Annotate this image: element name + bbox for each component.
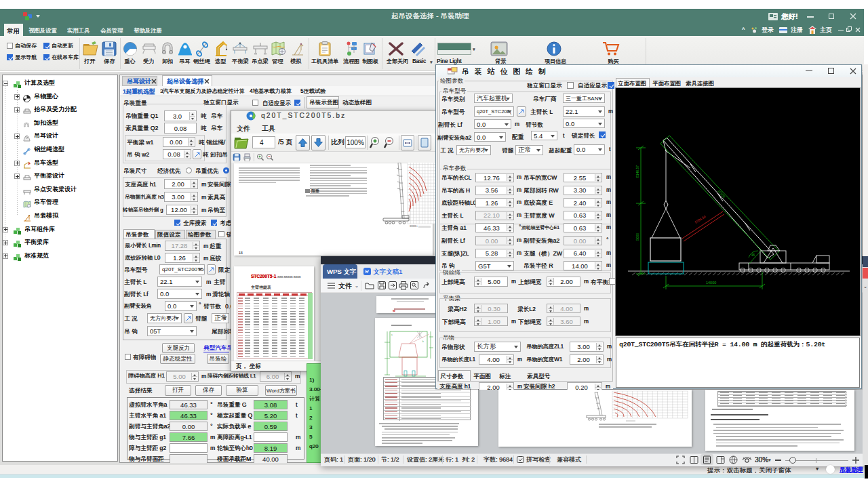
svg-text:14000: 14000 xyxy=(706,281,716,285)
svg-text:46: 46 xyxy=(751,253,755,257)
svg-text:5000: 5000 xyxy=(635,233,639,241)
svg-text:b: b xyxy=(422,340,424,343)
svg-text:8146.57: 8146.57 xyxy=(635,165,639,178)
svg-text:a: a xyxy=(391,333,393,336)
svg-text:5284.64: 5284.64 xyxy=(694,214,707,224)
